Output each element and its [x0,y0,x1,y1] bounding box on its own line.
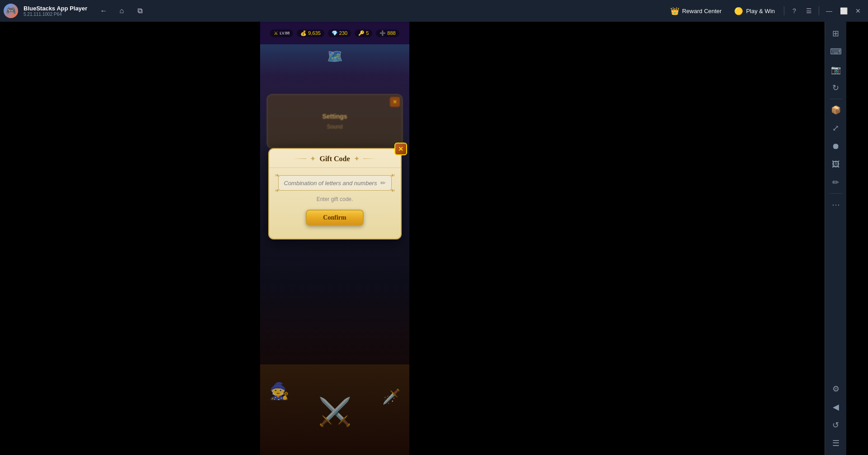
play-win-label: Play & Win [746,8,775,14]
main-content: ⚔LV.88 💰9,635 💎230 🔑5 ➕888 🗺️ [0,22,846,455]
reward-center-button[interactable]: 👑 Reward Center [665,5,727,17]
currency-gems: 💎230 [328,29,351,37]
corner-br: ❧ [390,187,395,194]
back-button[interactable]: ← [96,4,111,18]
ornament-line-left [293,158,306,159]
gift-code-input-wrapper[interactable]: ✏ [278,175,392,191]
game-map-area: 🗺️ [260,44,409,76]
settings-close-icon-bg: ✕ [390,97,400,107]
menu-button[interactable]: ☰ [802,5,815,17]
settings-title-bg: Settings [322,113,347,120]
title-bar: 🎮 BlueStacks App Player 5.21.111.1002 P6… [0,0,868,22]
sidebar-icon-expand[interactable]: ⊞ [828,25,844,42]
sidebar-icon-keyboard[interactable]: ⌨ [828,43,844,60]
sidebar-divider-2 [830,193,842,194]
sidebar-icon-menu[interactable]: ☰ [828,435,844,451]
edit-icon: ✏ [380,179,386,187]
play-and-win-button[interactable]: 🟡 Play & Win [729,5,780,17]
gift-dialog-header: ✦ Gift Code ✦ [269,149,401,168]
reward-center-label: Reward Center [682,8,721,14]
sidebar-icon-macro[interactable]: ⏺ [828,138,844,154]
reward-center-icon: 👑 [670,7,679,15]
app-version: 5.21.111.1002 P64 [24,12,87,17]
gift-dialog-body: ❧ ❧ ✏ ❧ ❧ Enter gift code. Confirm [269,168,401,230]
right-sidebar: ⊞ ⌨ 📷 ↻ 📦 ⤢ ⏺ 🖼 ✏ ⋯ ⚙ ◀ ↺ ☰ [825,22,846,455]
sidebar-divider-1 [830,99,842,99]
sidebar-icon-apk[interactable]: 📦 [828,102,844,118]
app-info: BlueStacks App Player 5.21.111.1002 P64 [24,5,87,17]
gift-code-dialog: ✕ ✦ Gift Code ✦ ❧ ❧ [268,148,402,239]
close-button[interactable]: ✕ [852,5,864,17]
game-bottom-scene: ⚔️ 🧙 🗡️ [260,283,409,455]
home-button[interactable]: ⌂ [114,4,129,18]
game-top-ui: ⚔LV.88 💰9,635 💎230 🔑5 ➕888 🗺️ [260,22,409,76]
game-character-right: 🗡️ [382,388,400,405]
tabs-button[interactable]: ⧉ [133,4,147,18]
ornament-star-left: ✦ [310,154,316,163]
settings-subtitle-bg: Sound [327,124,343,130]
gift-code-input[interactable] [284,180,377,187]
sidebar-icon-settings[interactable]: ⚙ [828,381,844,397]
gift-code-hint: Enter gift code. [278,196,392,202]
nav-buttons: ← ⌂ ⧉ [96,4,147,18]
currency-arrows: ➕888 [376,29,399,37]
game-top-bar: ⚔LV.88 💰9,635 💎230 🔑5 ➕888 [260,22,409,44]
corner-tr: ❧ [390,172,395,179]
currency-1: ⚔LV.88 [270,29,293,37]
sidebar-icon-resize[interactable]: ⤢ [828,120,844,136]
gift-dialog-ornament: ✦ Gift Code ✦ [278,154,392,163]
game-character-left: 🧙 [269,382,289,401]
maximize-button[interactable]: ⬜ [837,5,850,17]
app-logo: 🎮 [0,0,22,22]
sidebar-icon-camera[interactable]: 📷 [828,62,844,78]
confirm-button[interactable]: Confirm [306,210,363,226]
gift-dialog-title: Gift Code [319,155,350,163]
currency-gold: 💰9,635 [297,29,324,37]
sidebar-icon-more[interactable]: ⋯ [828,196,844,213]
corner-tl: ❧ [275,172,280,179]
gift-dialog-overlay: ✕ ✦ Gift Code ✦ ❧ ❧ [260,139,409,248]
currency-keys: 🔑5 [355,29,372,37]
app-name: BlueStacks App Player [24,5,87,12]
sidebar-icon-edit[interactable]: ✏ [828,174,844,191]
sidebar-icon-screenshot[interactable]: 🖼 [828,156,844,172]
game-viewport: ⚔LV.88 💰9,635 💎230 🔑5 ➕888 🗺️ [260,22,409,455]
game-swords: ⚔️ [318,396,352,428]
sidebar-icon-rotate[interactable]: ↻ [828,80,844,96]
ornament-star-right: ✦ [354,154,360,163]
gift-dialog-close-button[interactable]: ✕ [394,143,407,155]
minimize-button[interactable]: — [823,5,835,17]
logo-circle: 🎮 [4,4,18,18]
ornament-line-right [363,158,377,159]
gift-input-area: ❧ ❧ ✏ ❧ ❧ [278,175,392,191]
title-bar-right: 👑 Reward Center 🟡 Play & Win ? ☰ — ⬜ ✕ [665,5,864,17]
sidebar-icon-arrow[interactable]: ◀ [828,399,844,415]
corner-bl: ❧ [275,187,280,194]
help-button[interactable]: ? [788,5,801,17]
play-win-icon: 🟡 [734,7,743,15]
sidebar-icon-refresh[interactable]: ↺ [828,417,844,433]
